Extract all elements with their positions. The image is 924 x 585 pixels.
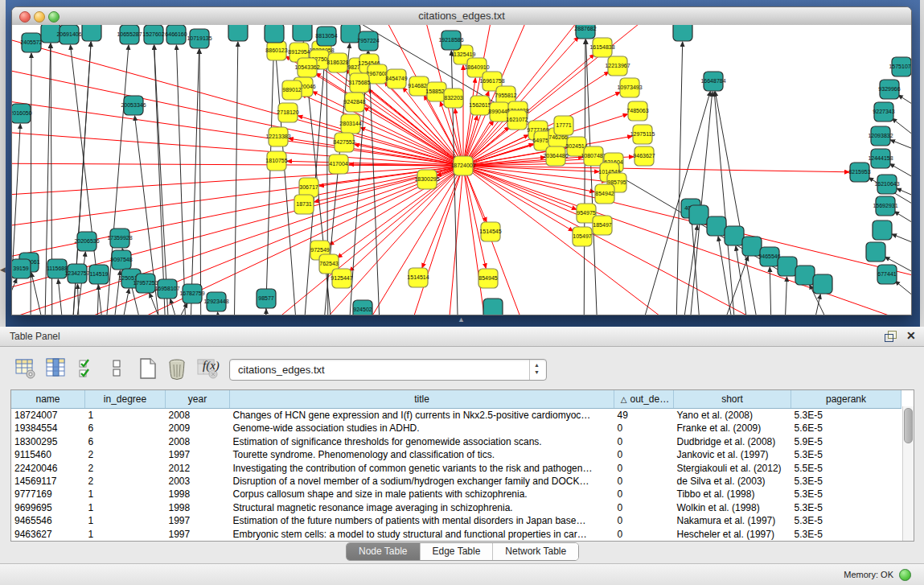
table-cell[interactable]: 1997 xyxy=(166,514,230,527)
table-cell[interactable]: Structural magnetic resonance image aver… xyxy=(230,501,614,514)
table-selector-dropdown[interactable]: citations_edges.txt ▲▼ xyxy=(229,359,547,381)
graph-node[interactable]: 9242848 xyxy=(343,93,365,112)
table-cell[interactable]: 5.3E-5 xyxy=(791,488,901,501)
graph-node[interactable]: 2803144 xyxy=(339,114,361,134)
graph-node[interactable]: 18300295 xyxy=(414,170,439,189)
graph-node[interactable]: 9329966 xyxy=(878,80,900,99)
graph-node[interactable]: 16958107 xyxy=(154,279,179,299)
trash-icon[interactable] xyxy=(166,357,188,380)
graph-node[interactable] xyxy=(689,205,708,225)
table-cell[interactable]: 1997 xyxy=(166,448,230,461)
close-panel-icon[interactable]: ✕ xyxy=(906,329,916,342)
table-cell[interactable]: 0 xyxy=(614,488,674,501)
graph-node[interactable]: 16210643 xyxy=(874,175,899,194)
table-cell[interactable]: Hescheler et al. (1997) xyxy=(674,528,791,541)
table-cell[interactable]: Tibbo et al. (1998) xyxy=(674,488,791,501)
graph-node[interactable]: 417004 xyxy=(329,154,348,174)
table-cell[interactable]: 5.3E-5 xyxy=(791,448,901,461)
table-cell[interactable]: 5.9E-5 xyxy=(791,435,901,448)
graph-node[interactable]: 6466160 xyxy=(165,25,187,44)
table-cell[interactable]: 5.3E-5 xyxy=(791,409,901,422)
table-cell[interactable]: 0 xyxy=(614,448,674,461)
table-cell[interactable]: 6 xyxy=(85,435,166,448)
panel-collapse-arrow-icon[interactable]: ◀ xyxy=(0,266,6,274)
table-cell[interactable]: 0 xyxy=(614,435,674,448)
table-cell[interactable]: 5.3E-5 xyxy=(791,514,901,527)
graph-node[interactable]: 1810755 xyxy=(265,151,287,171)
table-cell[interactable]: de Silva et al. (2003) xyxy=(674,475,791,488)
table-cell[interactable]: Wolkin et al. (1998) xyxy=(674,501,791,514)
table-row[interactable]: 946554611997Estimation of the future num… xyxy=(11,514,901,527)
graph-node[interactable]: 10719135 xyxy=(187,29,211,48)
table-cell[interactable]: 9115460 xyxy=(11,448,85,461)
table-cell[interactable]: 49 xyxy=(614,409,674,422)
graph-node[interactable]: 10543362 xyxy=(294,58,319,77)
select-columns-icon[interactable] xyxy=(77,357,100,380)
table-cell[interactable]: 1 xyxy=(85,528,166,541)
graph-node[interactable]: 2887682 xyxy=(574,25,596,39)
column-header-year[interactable]: year xyxy=(166,390,230,409)
graph-node[interactable]: 17359928 xyxy=(107,229,132,248)
graph-node[interactable]: 18731 xyxy=(294,195,314,214)
table-cell[interactable]: 9463627 xyxy=(11,528,85,541)
table-cell[interactable]: 2012 xyxy=(166,462,230,475)
column-header-short[interactable]: short xyxy=(674,390,791,409)
graph-node[interactable]: 16648784 xyxy=(700,72,725,91)
table-cell[interactable]: Investigating the contribution of common… xyxy=(230,462,614,475)
table-cell[interactable]: Tourette syndrome. Phenomenology and cla… xyxy=(230,448,614,461)
graph-node[interactable] xyxy=(795,266,815,285)
table-cell[interactable]: Nakamura et al. (1997) xyxy=(674,514,791,527)
table-cell[interactable]: 0 xyxy=(614,514,674,527)
graph-node[interactable]: 2016050 xyxy=(12,104,32,123)
graph-node[interactable] xyxy=(483,299,503,315)
graph-node[interactable]: 9463627 xyxy=(633,146,655,166)
graph-node[interactable]: 1621072 xyxy=(506,110,528,130)
column-header-pagerank[interactable]: pagerank xyxy=(791,390,901,409)
table-row[interactable]: 911546021997Tourette syndrome. Phenomeno… xyxy=(11,448,901,461)
table-row[interactable]: 1830029562008Estimation of significance … xyxy=(11,435,901,448)
table-cell[interactable]: 0 xyxy=(614,462,674,475)
column-header-name[interactable]: name xyxy=(11,390,85,409)
table-cell[interactable]: 9699695 xyxy=(11,501,85,514)
table-cell[interactable]: 5.3E-5 xyxy=(791,528,901,541)
table-cell[interactable]: 5.6E-5 xyxy=(791,422,901,435)
tab-node-table[interactable]: Node Table xyxy=(347,543,421,560)
graph-node[interactable]: 12213383 xyxy=(265,127,290,146)
graph-node[interactable]: 12444158 xyxy=(868,149,893,168)
graph-node[interactable]: 12975115 xyxy=(630,125,655,144)
table-cell[interactable]: 19384554 xyxy=(11,422,85,435)
table-cell[interactable]: 0 xyxy=(614,475,674,488)
table-cell[interactable]: 1 xyxy=(85,488,166,501)
graph-node[interactable] xyxy=(707,216,726,236)
graph-node[interactable] xyxy=(293,25,312,41)
function-builder-icon[interactable]: f(x) xyxy=(203,359,227,381)
graph-node[interactable] xyxy=(82,25,101,41)
graph-node[interactable] xyxy=(873,220,892,240)
tab-network-table[interactable]: Network Table xyxy=(493,543,578,560)
column-header-in-degree[interactable]: in_degree xyxy=(85,390,166,409)
graph-node[interactable] xyxy=(228,25,248,41)
network-view-canvas[interactable]: 1872400788601238912954182260589827506818… xyxy=(12,25,911,315)
graph-node[interactable]: 12923448 xyxy=(203,292,228,311)
table-mode-icon[interactable] xyxy=(14,357,37,380)
graph-node[interactable]: 989012 xyxy=(282,80,302,100)
table-cell[interactable]: Corpus callosum shape and size in male p… xyxy=(230,488,614,501)
graph-node[interactable]: 39159 xyxy=(12,259,31,278)
table-row[interactable]: 969969511998Structural magnetic resonanc… xyxy=(11,501,901,514)
table-cell[interactable]: 22420046 xyxy=(11,462,85,475)
tab-edge-table[interactable]: Edge Table xyxy=(421,543,494,560)
graph-node[interactable]: 8860123 xyxy=(265,41,287,60)
graph-node[interactable]: 185497 xyxy=(593,216,612,235)
table-cell[interactable]: Franke et al. (2009) xyxy=(674,422,791,435)
table-cell[interactable]: Jankovic et al. (1997) xyxy=(674,448,791,461)
graph-node[interactable]: 15751074 xyxy=(889,57,911,76)
graph-node[interactable]: 19218586 xyxy=(438,31,463,50)
table-cell[interactable]: 1998 xyxy=(166,488,230,501)
graph-node[interactable]: 12213967 xyxy=(605,56,630,76)
graph-node[interactable] xyxy=(673,25,692,41)
table-cell[interactable]: 0 xyxy=(614,422,674,435)
table-cell[interactable]: 1998 xyxy=(166,501,230,514)
graph-node[interactable]: 8813054 xyxy=(315,27,337,46)
graph-node[interactable] xyxy=(265,25,284,43)
graph-node[interactable]: 3175685 xyxy=(348,73,370,93)
